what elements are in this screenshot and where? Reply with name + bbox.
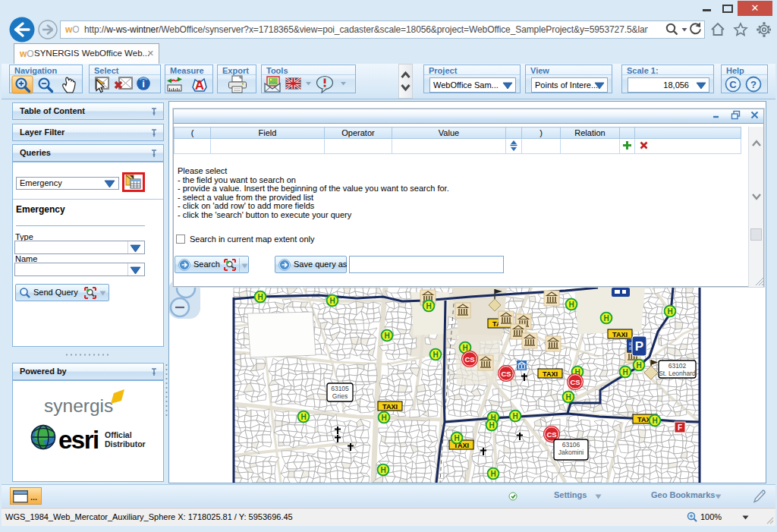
svg-text:CS: CS: [464, 355, 474, 364]
svg-text:Distributor: Distributor: [105, 439, 146, 449]
svg-text:C: C: [729, 79, 737, 90]
svg-text:H: H: [384, 332, 389, 340]
svg-text:H: H: [622, 368, 628, 376]
svg-text:CS: CS: [570, 378, 580, 386]
svg-text:H: H: [652, 417, 657, 425]
svg-text:H: H: [433, 351, 438, 359]
svg-text:H: H: [380, 466, 385, 474]
svg-text:CS: CS: [546, 430, 556, 439]
svg-text:H: H: [300, 413, 306, 421]
svg-text:H: H: [489, 421, 494, 430]
svg-text:H: H: [565, 393, 571, 401]
svg-text:H: H: [426, 302, 431, 310]
svg-text:F: F: [678, 423, 682, 432]
svg-text:esri: esri: [58, 426, 99, 454]
svg-text:Official: Official: [105, 430, 132, 439]
svg-text:H: H: [636, 361, 641, 370]
svg-text:H: H: [462, 344, 467, 352]
svg-text:Gries: Gries: [332, 392, 348, 400]
svg-text:CS: CS: [501, 370, 511, 378]
svg-text:TAXI: TAXI: [612, 331, 628, 338]
svg-text:63106: 63106: [562, 441, 580, 449]
svg-text:H: H: [329, 297, 335, 305]
svg-text:H: H: [454, 434, 459, 442]
svg-text:H: H: [603, 314, 609, 323]
svg-text:H: H: [512, 412, 517, 420]
svg-text:?: ?: [750, 79, 757, 90]
svg-text:TAXI: TAXI: [543, 370, 558, 378]
svg-text:synergis: synergis: [44, 395, 113, 416]
svg-text:TAXI: TAXI: [382, 403, 398, 411]
svg-text:63105: 63105: [331, 385, 349, 392]
svg-text:P: P: [635, 339, 643, 354]
svg-text:H: H: [381, 414, 386, 422]
svg-text:H: H: [667, 307, 672, 316]
svg-text:63102: 63102: [668, 362, 687, 370]
svg-text:Jakomini: Jakomini: [558, 449, 584, 456]
svg-text:St. Leonhard: St. Leonhard: [659, 370, 696, 377]
svg-text:A: A: [195, 78, 204, 93]
svg-text:i: i: [142, 78, 145, 90]
svg-text:H: H: [490, 470, 495, 478]
svg-text:H: H: [568, 301, 574, 309]
svg-text:H: H: [257, 293, 263, 301]
